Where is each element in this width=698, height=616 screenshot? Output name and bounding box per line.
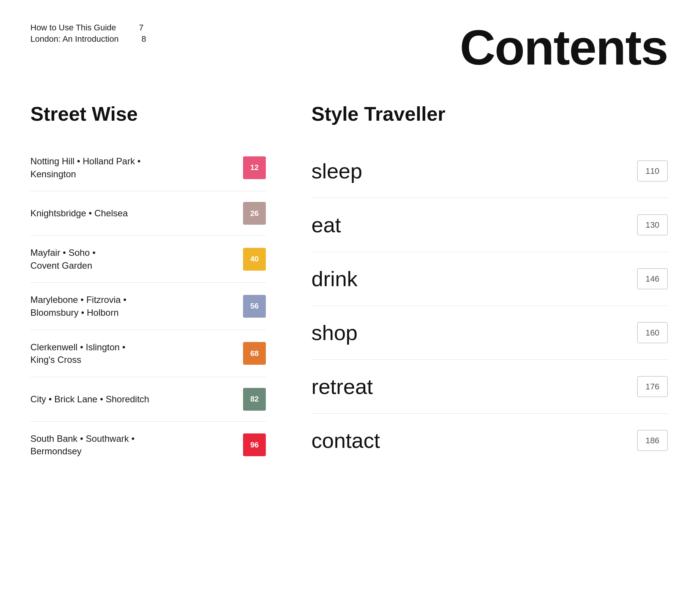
street-page-badge: 40: [243, 248, 266, 271]
style-item-label: eat: [311, 213, 341, 237]
style-item: drink146: [311, 252, 668, 306]
style-page-badge: 186: [637, 430, 668, 451]
street-item-text: Mayfair • Soho • Covent Garden: [30, 246, 235, 272]
style-item: eat130: [311, 198, 668, 252]
style-item: shop160: [311, 306, 668, 359]
main-content: Street Wise Notting Hill • Holland Park …: [30, 102, 668, 468]
style-page-badge: 176: [637, 376, 668, 397]
street-wise-heading: Street Wise: [30, 102, 266, 125]
style-item: contact186: [311, 413, 668, 467]
header-intro-row: London: An Introduction8: [30, 34, 153, 44]
street-item: Knightsbridge • Chelsea26: [30, 191, 266, 235]
intro-label: London: An Introduction: [30, 34, 118, 44]
street-item: City • Brick Lane • Shoreditch82: [30, 377, 266, 421]
street-page-badge: 96: [243, 433, 266, 456]
street-item: Notting Hill • Holland Park • Kensington…: [30, 144, 266, 191]
street-item: Marylebone • Fitzrovia • Bloomsbury • Ho…: [30, 282, 266, 329]
style-item: retreat176: [311, 359, 668, 413]
street-item-text: Marylebone • Fitzrovia • Bloomsbury • Ho…: [30, 293, 235, 319]
street-page-badge: 56: [243, 295, 266, 318]
style-item: sleep110: [311, 144, 668, 198]
style-page-badge: 130: [637, 214, 668, 235]
contents-title: Contents: [460, 23, 668, 72]
style-item-label: drink: [311, 266, 357, 291]
street-item-text: Knightsbridge • Chelsea: [30, 207, 235, 220]
style-item-label: shop: [311, 320, 357, 345]
street-page-badge: 82: [243, 388, 266, 411]
street-page-badge: 12: [243, 156, 266, 179]
style-item-label: contact: [311, 428, 380, 453]
street-item-text: Clerkenwell • Islington • King's Cross: [30, 341, 235, 366]
street-item: South Bank • Southwark • Bermondsey96: [30, 421, 266, 468]
style-page-badge: 160: [637, 322, 668, 343]
street-item: Clerkenwell • Islington • King's Cross68: [30, 330, 266, 377]
header-intro-row: How to Use This Guide7: [30, 23, 153, 33]
street-page-badge: 68: [243, 342, 266, 365]
street-item-text: Notting Hill • Holland Park • Kensington: [30, 155, 235, 180]
style-page-badge: 110: [637, 161, 668, 181]
header-section: How to Use This Guide7London: An Introdu…: [30, 23, 668, 72]
intro-label: How to Use This Guide: [30, 23, 116, 33]
street-item-text: South Bank • Southwark • Bermondsey: [30, 432, 235, 458]
style-traveller-section: Style Traveller sleep110eat130drink146sh…: [311, 102, 668, 468]
style-traveller-heading: Style Traveller: [311, 102, 668, 125]
style-page-badge: 146: [637, 268, 668, 289]
header-intro: How to Use This Guide7London: An Introdu…: [30, 23, 153, 44]
style-item-label: retreat: [311, 374, 373, 399]
intro-page: 7: [139, 23, 150, 33]
style-item-label: sleep: [311, 159, 362, 183]
street-page-badge: 26: [243, 202, 266, 225]
style-traveller-list: sleep110eat130drink146shop160retreat176c…: [311, 144, 668, 467]
street-item: Mayfair • Soho • Covent Garden40: [30, 235, 266, 282]
street-item-text: City • Brick Lane • Shoreditch: [30, 393, 235, 406]
street-wise-section: Street Wise Notting Hill • Holland Park …: [30, 102, 266, 468]
street-wise-list: Notting Hill • Holland Park • Kensington…: [30, 144, 266, 468]
intro-page: 8: [141, 34, 153, 44]
